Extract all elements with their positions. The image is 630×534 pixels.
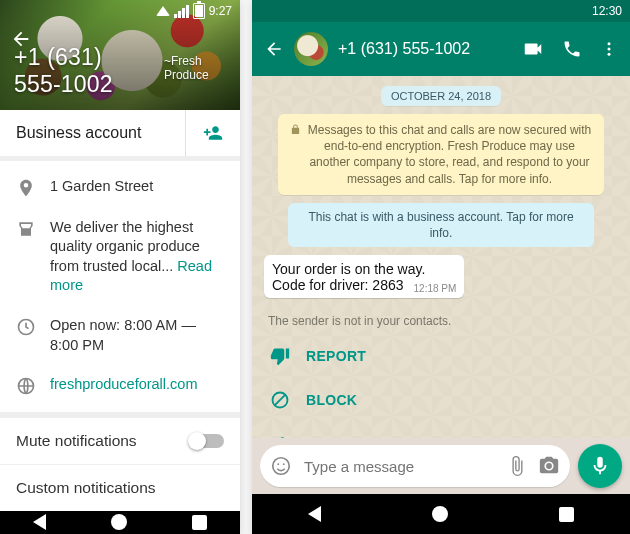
svg-point-2 [608,42,611,45]
battery-icon [193,3,205,19]
business-account-row: Business account [0,110,240,156]
arrow-left-icon [10,28,32,50]
video-call-button[interactable] [522,38,544,60]
camera-icon[interactable] [538,455,560,477]
mic-icon [589,455,611,477]
description-text: We deliver the highest quality organic p… [50,218,224,296]
business-profile-screen: 9:27 +1 (631) 555-1002 ~Fresh Produce Bu… [0,0,240,534]
android-nav-bar [0,511,240,534]
thumb-down-icon [270,346,290,366]
description-row[interactable]: We deliver the highest quality organic p… [0,208,240,306]
encryption-notice[interactable]: Messages to this chat and calls are now … [278,114,604,195]
add-contact-button[interactable] [185,110,240,156]
svg-line-6 [275,395,286,406]
chat-header: +1 (631) 555-1002 [252,22,630,76]
phone-icon [562,39,582,59]
address-text: 1 Garden Street [50,177,153,197]
svg-point-7 [273,458,290,475]
wifi-icon [156,6,170,16]
more-vert-icon [600,40,618,58]
hours-text: Open now: 8:00 AM — 8:00 PM [50,316,224,355]
nav-home-icon[interactable] [111,514,127,530]
signal-icon [174,5,189,18]
mic-button[interactable] [578,444,622,488]
custom-notifications-row[interactable]: Custom notitications [0,464,240,511]
attachment-icon[interactable] [506,455,528,477]
report-button[interactable]: REPORT [264,338,618,374]
video-camera-icon [522,38,544,60]
website-row[interactable]: freshproduceforall.com [0,365,240,406]
message-text: Your order is on the way. Code for drive… [272,261,425,293]
nav-recents-icon[interactable] [559,507,574,522]
avatar[interactable] [294,32,328,66]
svg-point-9 [283,463,285,465]
mute-notifications-row[interactable]: Mute notifications [0,417,240,464]
nav-home-icon[interactable] [432,506,448,522]
back-button[interactable] [10,28,32,50]
business-account-label: Business account [0,110,185,156]
chat-input-bar [252,438,630,494]
notification-settings: Mute notifications Custom notitications [0,417,240,511]
message-time: 12:18 PM [414,283,457,294]
globe-icon [16,376,36,396]
nav-back-icon[interactable] [308,506,321,522]
lock-icon [290,124,301,135]
chat-title[interactable]: +1 (631) 555-1002 [338,40,512,58]
address-row[interactable]: 1 Garden Street [0,167,240,208]
back-button[interactable] [264,39,284,59]
mute-label: Mute notifications [16,432,137,450]
status-bar: 12:30 [252,0,630,22]
block-icon [270,390,290,410]
status-time: 9:27 [209,4,232,18]
status-time: 12:30 [592,4,622,18]
profile-phone-number: +1 (631) 555-1002 [14,44,154,98]
clock-icon [16,317,36,337]
menu-button[interactable] [600,40,618,58]
svg-point-4 [608,53,611,56]
svg-point-8 [277,463,279,465]
mute-toggle[interactable] [190,434,224,448]
website-link[interactable]: freshproduceforall.com [50,375,198,395]
custom-label: Custom notitications [16,479,156,497]
location-pin-icon [16,178,36,198]
message-input[interactable] [302,457,496,476]
hours-row[interactable]: Open now: 8:00 AM — 8:00 PM [0,306,240,365]
date-chip: OCTOBER 24, 2018 [381,86,501,106]
voice-call-button[interactable] [562,39,582,59]
business-info-section: 1 Garden Street We deliver the highest q… [0,161,240,412]
message-input-container[interactable] [260,445,570,487]
chat-body: OCTOBER 24, 2018 Messages to this chat a… [252,76,630,438]
profile-business-name: ~Fresh Produce [164,54,226,82]
block-button[interactable]: BLOCK [264,382,618,418]
person-add-icon [201,123,225,143]
sender-notice: The sender is not in your contacts. [268,314,614,328]
storefront-icon [16,219,36,239]
svg-point-3 [608,48,611,51]
arrow-left-icon [264,39,284,59]
nav-back-icon[interactable] [33,514,46,530]
add-to-contacts-button[interactable]: ADD TO CONTACTS [264,426,618,438]
chat-screen: 12:30 +1 (631) 555-1002 OCTOBER 24, [252,0,630,534]
status-bar: 9:27 [0,0,240,22]
incoming-message[interactable]: Your order is on the way. Code for drive… [264,255,464,298]
nav-recents-icon[interactable] [192,515,207,530]
android-nav-bar [252,494,630,534]
profile-header-image: 9:27 +1 (631) 555-1002 ~Fresh Produce [0,0,240,110]
emoji-icon[interactable] [270,455,292,477]
business-chat-notice[interactable]: This chat is with a business account. Ta… [288,203,594,247]
